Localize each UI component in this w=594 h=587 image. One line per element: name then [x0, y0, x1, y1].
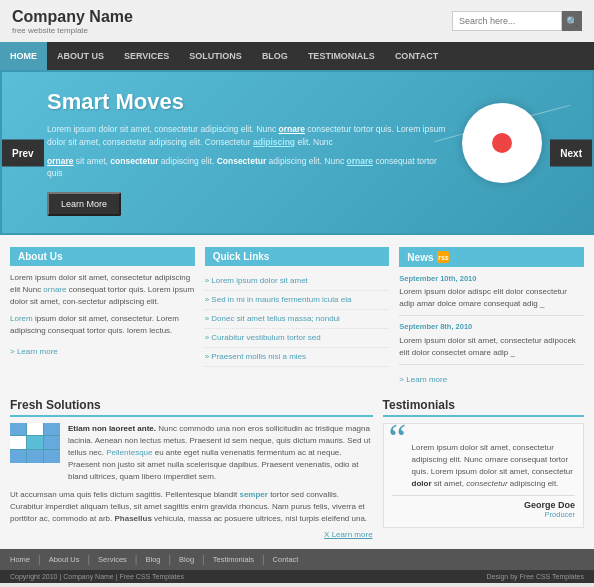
header: Company Name free website template 🔍	[0, 0, 594, 42]
news-title: News	[407, 252, 433, 263]
designer: Design by Free CSS Templates	[486, 573, 584, 580]
about-link-1[interactable]: ornare	[43, 285, 66, 294]
about-us-column: About Us Lorem ipsum dolor sit amet, con…	[10, 247, 195, 386]
search-input[interactable]	[452, 11, 562, 31]
fresh-full-text: Ut accumsan uma quis felis dictum sagitt…	[10, 489, 373, 525]
company-name: Company Name	[12, 8, 133, 26]
grid-cell	[10, 436, 26, 449]
quick-links-column: Quick Links Lorem ipsum dolor sit amet S…	[205, 247, 390, 386]
logo-area: Company Name free website template	[12, 8, 133, 35]
copyright: Copyright 2010 | Company Name | Free CSS…	[10, 573, 184, 580]
target-circle	[462, 103, 542, 183]
quick-link-5[interactable]: Praesent mollis nisi a mies	[211, 352, 306, 361]
footer-sep: |	[38, 554, 41, 565]
fresh-img-grid	[10, 423, 60, 463]
nav-contact[interactable]: CONTACT	[385, 42, 448, 70]
nav-about[interactable]: ABOUT US	[47, 42, 114, 70]
fresh-inner: Etiam non laoreet ante. Nunc commodo una…	[10, 423, 373, 483]
slider-prev-button[interactable]: Prev	[2, 139, 44, 166]
footer-link-testimonials[interactable]: Testimonials	[213, 555, 254, 564]
list-item: Praesent mollis nisi a mies	[205, 348, 390, 367]
footer-link-home[interactable]: Home	[10, 555, 30, 564]
about-us-body: Lorem ipsum dolor sit amet, consectetur …	[10, 272, 195, 358]
three-columns: About Us Lorem ipsum dolor sit amet, con…	[0, 235, 594, 398]
main-nav: HOME ABOUT US SERVICES SOLUTIONS BLOG TE…	[0, 42, 594, 70]
quick-link-1[interactable]: Lorem ipsum dolor sit amet	[211, 276, 307, 285]
testimonials-section: Testimonials “ Lorem ipsum dolor sit ame…	[383, 398, 584, 539]
tagline: free website template	[12, 26, 133, 35]
news-item-1: September 10th, 2010 Lorem ipsum dolor a…	[399, 273, 584, 316]
author-title: Producer	[392, 510, 575, 519]
testimonials-title: Testimonials	[383, 398, 584, 417]
footer-sep: |	[202, 554, 205, 565]
footer-link-blog[interactable]: Blog	[145, 555, 160, 564]
quick-link-3[interactable]: Donec sit amet tellus massa; nondui	[211, 314, 340, 323]
testimonial-bold: dolor	[412, 479, 432, 488]
news-date-1: September 10th, 2010	[399, 273, 584, 284]
grid-cell	[44, 436, 60, 449]
nav-solutions[interactable]: SOLUTIONS	[179, 42, 252, 70]
slider-title: Smart Moves	[47, 89, 447, 115]
testimonial-box: “ Lorem ipsum dolor sit amet, consectetu…	[383, 423, 584, 528]
news-item-2: September 8th, 2010 Lorem ipsum dolor si…	[399, 321, 584, 364]
list-item: Donec sit amet tellus massa; nondui	[205, 310, 390, 329]
learn-more-button[interactable]: Learn More	[47, 192, 121, 216]
footer-link-about[interactable]: About Us	[49, 555, 80, 564]
fresh-solutions-section: Fresh Solutions Etiam non laoreet ante. …	[10, 398, 373, 539]
lower-section: Fresh Solutions Etiam non laoreet ante. …	[0, 398, 594, 549]
nav-services[interactable]: SERVICES	[114, 42, 179, 70]
author-name: George Doe	[392, 500, 575, 510]
list-item: Lorem ipsum dolor sit amet	[205, 272, 390, 291]
footer-nav: Home | About Us | Services | Blog | Blog…	[0, 549, 594, 570]
quick-links-header: Quick Links	[205, 247, 390, 266]
about-learn-more[interactable]: Learn more	[10, 346, 58, 358]
news-date-2: September 8th, 2010	[399, 321, 584, 332]
footer-link-services[interactable]: Services	[98, 555, 127, 564]
about-us-header: About Us	[10, 247, 195, 266]
quick-link-2[interactable]: Sed in mi in mauris fermentum icula ela	[211, 295, 351, 304]
grid-cell	[27, 436, 43, 449]
slider-next-button[interactable]: Next	[550, 139, 592, 166]
quick-links-list: Lorem ipsum dolor sit amet Sed in mi in …	[205, 272, 390, 367]
footer-bottom: Copyright 2010 | Company Name | Free CSS…	[0, 570, 594, 583]
news-header: News rss	[399, 247, 584, 267]
footer-sep: |	[135, 554, 138, 565]
about-us-text-1: Lorem ipsum dolor sit amet, consectetur …	[10, 272, 195, 308]
nav-testimonials[interactable]: TESTIMONIALS	[298, 42, 385, 70]
hero-slider: Smart Moves Lorem ipsum dolor sit amet, …	[0, 70, 594, 235]
news-column: News rss September 10th, 2010 Lorem ipsu…	[399, 247, 584, 386]
search-bar: 🔍	[452, 11, 582, 31]
testimonial-text: Lorem ipsum dolor sit amet, consectetur …	[392, 432, 575, 490]
testimonial-author: George Doe Producer	[392, 495, 575, 519]
footer-link-blog2[interactable]: Blog	[179, 555, 194, 564]
grid-cell	[10, 450, 26, 463]
list-item: Curabitur vestibulum tortor sed	[205, 329, 390, 348]
fresh-learn-more[interactable]: X Learn more	[10, 530, 373, 539]
grid-cell	[44, 450, 60, 463]
nav-home[interactable]: HOME	[0, 42, 47, 70]
nav-blog[interactable]: BLOG	[252, 42, 298, 70]
slider-text-2: ornare sit amet, consectetur adipiscing …	[47, 155, 447, 181]
about-link-2[interactable]: Lorem	[10, 314, 33, 323]
footer-sep: |	[262, 554, 265, 565]
fresh-semper-link[interactable]: semper	[239, 490, 267, 499]
footer-sep: |	[168, 554, 171, 565]
fresh-phasellus: Phasellus	[115, 514, 152, 523]
quote-mark: “	[389, 419, 407, 459]
footer-sep: |	[87, 554, 90, 565]
news-body: September 10th, 2010 Lorem ipsum dolor a…	[399, 273, 584, 386]
grid-cell	[27, 450, 43, 463]
fresh-solutions-image	[10, 423, 60, 463]
slider-content: Smart Moves Lorem ipsum dolor sit amet, …	[17, 89, 447, 216]
quick-link-4[interactable]: Curabitur vestibulum tortor sed	[211, 333, 320, 342]
search-button[interactable]: 🔍	[562, 11, 582, 31]
news-learn-more[interactable]: Learn more	[399, 374, 447, 386]
grid-cell	[10, 423, 26, 436]
slider-text-1: Lorem ipsum dolor sit amet, consectetur …	[47, 123, 447, 149]
quick-links-title: Quick Links	[213, 251, 270, 262]
fresh-link[interactable]: Pellentesque	[106, 448, 152, 457]
rss-icon: rss	[437, 251, 449, 263]
footer-link-contact[interactable]: Contact	[273, 555, 299, 564]
target-graphic	[462, 103, 562, 203]
grid-cell	[44, 423, 60, 436]
